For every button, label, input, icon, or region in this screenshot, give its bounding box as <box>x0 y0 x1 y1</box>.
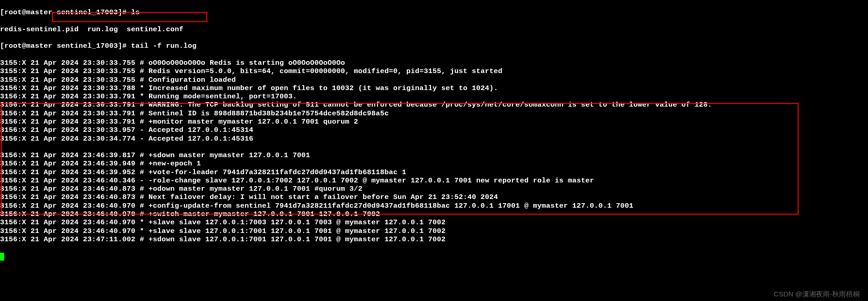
log-line: 3155:X 21 Apr 2024 23:30:33.755 # Config… <box>0 76 868 84</box>
log-lines-before: 3155:X 21 Apr 2024 23:30:33.755 # oO0OoO… <box>0 59 868 143</box>
log-line: 3156:X 21 Apr 2024 23:46:39.949 # +new-e… <box>0 159 868 168</box>
prompt-line-ls: [root@master sentinel_17003]# ls <box>0 8 868 17</box>
log-line: 3156:X 21 Apr 2024 23:30:33.788 * Increa… <box>0 84 868 92</box>
log-line: 3156:X 21 Apr 2024 23:46:40.873 # +odown… <box>0 185 868 193</box>
log-lines-highlighted: 3156:X 21 Apr 2024 23:46:39.817 # +sdown… <box>0 151 868 244</box>
terminal-cursor <box>0 253 4 261</box>
log-line: 3156:X 21 Apr 2024 23:46:40.970 * +slave… <box>0 218 868 227</box>
prompt-user: [root@master <box>0 42 52 50</box>
log-line: 3156:X 21 Apr 2024 23:30:33.791 * Runnin… <box>0 92 868 101</box>
log-line: 3156:X 21 Apr 2024 23:47:11.002 # +sdown… <box>0 235 868 244</box>
prompt-line-tail: [root@master sentinel_17003]# tail -f ru… <box>0 42 868 50</box>
log-line: 3156:X 21 Apr 2024 23:30:33.957 - Accept… <box>0 126 868 134</box>
log-line: 3156:X 21 Apr 2024 23:30:33.791 # +monit… <box>0 118 868 126</box>
tail-command: tail -f run.log <box>131 42 197 50</box>
log-line: 3155:X 21 Apr 2024 23:30:33.755 # oO0OoO… <box>0 59 868 67</box>
log-line: 3156:X 21 Apr 2024 23:46:39.817 # +sdown… <box>0 151 868 159</box>
log-line: 3156:X 21 Apr 2024 23:30:34.774 - Accept… <box>0 135 868 143</box>
log-line: 3156:X 21 Apr 2024 23:30:33.791 # WARNIN… <box>0 101 868 109</box>
prompt-dir: sentinel_17003]# <box>52 42 131 50</box>
log-line: 3155:X 21 Apr 2024 23:30:33.755 # Redis … <box>0 67 868 75</box>
log-line: 3156:X 21 Apr 2024 23:46:40.970 # +confi… <box>0 202 868 210</box>
ls-output: redis-sentinel.pid run.log sentinel.conf <box>0 25 868 34</box>
log-line: 3156:X 21 Apr 2024 23:46:40.873 # Next f… <box>0 193 868 201</box>
log-line: 3156:X 21 Apr 2024 23:46:40.970 # +switc… <box>0 210 868 218</box>
watermark-text: CSDN @潇湘夜雨-秋雨梧桐 <box>774 290 860 298</box>
log-line: 3156:X 21 Apr 2024 23:30:33.791 # Sentin… <box>0 109 868 118</box>
log-line: 3156:X 21 Apr 2024 23:46:40.346 - -role-… <box>0 176 868 185</box>
terminal-output[interactable]: [root@master sentinel_17003]# ls redis-s… <box>0 0 868 261</box>
log-line: 3156:X 21 Apr 2024 23:46:40.970 * +slave… <box>0 227 868 235</box>
log-line: 3156:X 21 Apr 2024 23:46:39.952 # +vote-… <box>0 168 868 176</box>
